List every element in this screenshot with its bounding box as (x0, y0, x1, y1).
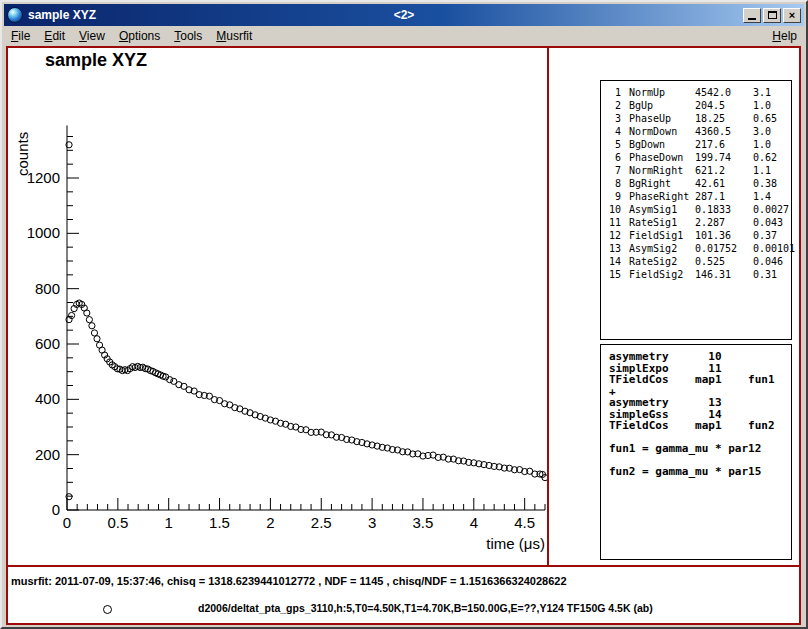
menu-item-tools[interactable]: Tools (167, 27, 209, 45)
minimize-icon (748, 18, 756, 20)
plot-area[interactable]: 00.511.522.533.544.502004006008001000120… (8, 48, 547, 565)
svg-text:1000: 1000 (27, 224, 60, 241)
window-title: sample XYZ (28, 8, 96, 22)
param-row: 12FieldSig1101.360.37 (607, 229, 791, 242)
menu-item-view[interactable]: View (72, 27, 112, 45)
menu-right: Help (765, 27, 804, 45)
legend: d2006/deltat_pta_gps_3110,h:5,T0=4.50K,T… (8, 599, 799, 621)
svg-text:200: 200 (35, 446, 60, 463)
menu-item-edit[interactable]: Edit (37, 27, 72, 45)
param-row: 15FieldSig2146.310.31 (607, 268, 791, 281)
pad-divider-vertical (547, 48, 549, 565)
svg-text:counts: counts (14, 132, 31, 176)
fit-status-line: musrfit: 2011-07-09, 15:37:46, chisq = 1… (11, 575, 567, 587)
theory-box[interactable]: asymmetry 10 simplExpo 11 TFieldCos map1… (600, 344, 792, 560)
param-row: 9PhaseRight287.11.4 (607, 190, 791, 203)
svg-text:0: 0 (63, 514, 71, 531)
window-subtitle: <2> (4, 8, 804, 22)
maximize-button[interactable] (763, 8, 781, 23)
legend-text: d2006/deltat_pta_gps_3110,h:5,T0=4.50K,T… (198, 602, 653, 614)
param-row: 13AsymSig20.017520.00101 (607, 242, 791, 255)
title-bar: <2> sample XYZ × (4, 4, 804, 26)
legend-marker-icon (103, 605, 112, 614)
menu-items: FileEditViewOptionsToolsMusrfit (4, 27, 259, 45)
maximize-icon (768, 11, 777, 19)
param-row: 2BgUp204.51.0 (607, 99, 791, 112)
param-row: 11RateSig12.2870.043 (607, 216, 791, 229)
svg-text:3: 3 (368, 514, 376, 531)
theory-text: asymmetry 10 simplExpo 11 TFieldCos map1… (609, 351, 791, 478)
param-row: 5BgDown217.61.0 (607, 138, 791, 151)
svg-text:1.5: 1.5 (209, 514, 230, 531)
fit-parameters-box[interactable]: 1NormUp4542.03.12BgUp204.51.03PhaseUp18.… (600, 80, 792, 340)
svg-text:600: 600 (35, 335, 60, 352)
svg-text:0.5: 0.5 (107, 514, 128, 531)
svg-text:2: 2 (266, 514, 274, 531)
param-row: 8BgRight42.610.38 (607, 177, 791, 190)
svg-text:0: 0 (52, 501, 60, 518)
svg-text:4: 4 (470, 514, 478, 531)
root-main-window: <2> sample XYZ × FileEditViewOptionsTool… (0, 0, 808, 629)
svg-text:1: 1 (165, 514, 173, 531)
svg-text:time (μs): time (μs) (486, 535, 545, 552)
param-row: 10AsymSig10.18330.0027 (607, 203, 791, 216)
param-row: 1NormUp4542.03.1 (607, 86, 791, 99)
root-canvas[interactable]: sample XYZ 00.511.522.533.544.5020040060… (6, 46, 801, 625)
param-row: 7NormRight621.21.1 (607, 164, 791, 177)
pad-divider-horizontal (8, 565, 799, 567)
param-row: 4NormDown4360.53.0 (607, 125, 791, 138)
menu-item-file[interactable]: File (4, 27, 37, 45)
svg-text:800: 800 (35, 280, 60, 297)
menu-item-options[interactable]: Options (112, 27, 167, 45)
param-row: 3PhaseUp18.250.65 (607, 112, 791, 125)
svg-text:1200: 1200 (27, 169, 60, 186)
svg-text:3.5: 3.5 (413, 514, 434, 531)
svg-text:400: 400 (35, 390, 60, 407)
menu-bar: FileEditViewOptionsToolsMusrfit Help (4, 26, 804, 46)
svg-text:2.5: 2.5 (311, 514, 332, 531)
menu-item-musrfit[interactable]: Musrfit (209, 27, 259, 45)
close-button[interactable]: × (783, 8, 801, 23)
menu-item-help[interactable]: Help (765, 27, 804, 45)
window-controls: × (743, 8, 801, 23)
minimize-button[interactable] (743, 8, 761, 23)
param-row: 6PhaseDown199.740.62 (607, 151, 791, 164)
svg-text:4.5: 4.5 (514, 514, 535, 531)
close-icon: × (789, 10, 795, 21)
param-row: 14RateSig20.5250.046 (607, 255, 791, 268)
